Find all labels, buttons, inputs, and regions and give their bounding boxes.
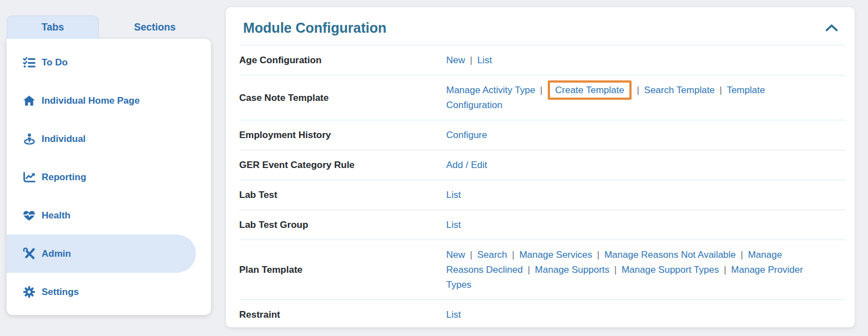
- link-separator: |: [512, 250, 514, 260]
- gear-icon: [22, 286, 36, 298]
- row-links: Add / Edit: [446, 157, 804, 172]
- row-links: New | List: [446, 53, 804, 68]
- config-row-restraint: RestraintList: [239, 299, 846, 329]
- list-link[interactable]: List: [446, 220, 461, 230]
- sidebar-item-health[interactable]: Health: [7, 196, 211, 235]
- config-row-lab-test-group: Lab Test GroupList: [239, 210, 846, 240]
- tab-sections[interactable]: Sections: [99, 16, 211, 39]
- search-link[interactable]: Search: [477, 250, 507, 260]
- sidebar-tab-bar: TabsSections: [7, 16, 211, 39]
- link-separator: |: [637, 85, 639, 95]
- row-label: Lab Test: [239, 187, 446, 202]
- link-separator: |: [724, 264, 726, 275]
- chevron-up-icon[interactable]: [825, 24, 838, 32]
- module-configuration-panel: Module Configuration Age ConfigurationNe…: [225, 7, 855, 328]
- sidebar-item-label: Health: [42, 210, 70, 221]
- link-separator: |: [470, 55, 472, 65]
- row-links: List: [446, 187, 804, 202]
- row-label: Lab Test Group: [239, 217, 446, 232]
- sidebar-item-settings[interactable]: Settings: [7, 273, 211, 311]
- manage-support-types-link[interactable]: Manage Support Types: [622, 264, 719, 275]
- sidebar-item-to-do[interactable]: To Do: [7, 43, 211, 82]
- new-link[interactable]: New: [446, 250, 465, 260]
- manage-reasons-not-available-link[interactable]: Manage Reasons Not Available: [604, 250, 736, 260]
- row-label: Plan Template: [239, 262, 446, 277]
- link-separator: |: [720, 85, 722, 95]
- tab-tabs[interactable]: Tabs: [7, 16, 99, 39]
- create-template-link[interactable]: Create Template: [555, 85, 624, 95]
- sidebar-item-label: Admin: [42, 248, 71, 259]
- row-links: Manage Activity Type | Create Template |…: [446, 83, 804, 113]
- row-label: Age Configuration: [239, 53, 446, 68]
- todo-list-icon: [22, 56, 36, 69]
- list-link[interactable]: List: [446, 190, 461, 200]
- panel-header: Module Configuration: [226, 7, 855, 45]
- row-label: Restraint: [239, 307, 446, 322]
- link-separator: |: [470, 250, 472, 260]
- link-separator: |: [528, 264, 530, 275]
- link-separator: |: [540, 85, 542, 95]
- manage-activity-type-link[interactable]: Manage Activity Type: [446, 85, 535, 95]
- sidebar-item-reporting[interactable]: Reporting: [7, 158, 211, 196]
- config-row-case-note-template: Case Note TemplateManage Activity Type |…: [239, 75, 846, 120]
- row-links: List: [446, 217, 804, 232]
- config-row-ger-event-category-rule: GER Event Category RuleAdd / Edit: [239, 150, 846, 180]
- new-link[interactable]: New: [446, 55, 465, 65]
- row-links: New | Search | Manage Services | Manage …: [446, 247, 804, 292]
- sidebar-item-individual[interactable]: Individual: [7, 120, 211, 158]
- row-label: GER Event Category Rule: [239, 157, 446, 172]
- config-row-age-configuration: Age ConfigurationNew | List: [239, 45, 846, 75]
- add-edit-link[interactable]: Add / Edit: [446, 160, 487, 170]
- row-label: Employment History: [239, 128, 446, 142]
- row-links: Configure: [446, 128, 804, 142]
- link-separator: |: [614, 264, 617, 275]
- list-link[interactable]: List: [477, 55, 492, 65]
- link-separator: |: [741, 250, 743, 260]
- link-separator: |: [597, 250, 599, 260]
- manage-services-link[interactable]: Manage Services: [519, 250, 592, 260]
- manage-supports-link[interactable]: Manage Supports: [535, 264, 609, 275]
- sidebar-item-individual-home-page[interactable]: Individual Home Page: [7, 82, 211, 120]
- heart-pulse-icon: [22, 209, 36, 222]
- sidebar-item-admin[interactable]: Admin: [7, 235, 196, 273]
- sidebar: TabsSections To DoIndividual Home PageIn…: [7, 16, 211, 315]
- row-links: List: [446, 307, 804, 322]
- sidebar-item-label: Settings: [42, 287, 79, 298]
- config-row-employment-history: Employment HistoryConfigure: [239, 120, 846, 150]
- sidebar-item-label: Reporting: [42, 172, 86, 183]
- chart-line-icon: [22, 171, 36, 184]
- sidebar-item-label: Individual Home Page: [42, 95, 140, 106]
- list-link[interactable]: List: [446, 309, 461, 320]
- config-row-lab-test: Lab TestList: [239, 180, 846, 210]
- configure-link[interactable]: Configure: [446, 130, 487, 140]
- config-row-plan-template: Plan TemplateNew | Search | Manage Servi…: [239, 240, 846, 299]
- home-icon: [22, 94, 36, 107]
- sidebar-item-label: Individual: [42, 134, 85, 145]
- search-template-link[interactable]: Search Template: [644, 85, 715, 95]
- page-title: Module Configuration: [243, 20, 386, 36]
- sidebar-panel: To DoIndividual Home PageIndividualRepor…: [7, 39, 211, 315]
- sidebar-item-label: To Do: [42, 57, 68, 68]
- person-icon: [22, 133, 36, 145]
- config-rows: Age ConfigurationNew | ListCase Note Tem…: [239, 45, 846, 329]
- row-label: Case Note Template: [239, 90, 446, 105]
- highlight-box: Create Template: [548, 80, 631, 100]
- wrench-screwdriver-icon: [22, 247, 36, 260]
